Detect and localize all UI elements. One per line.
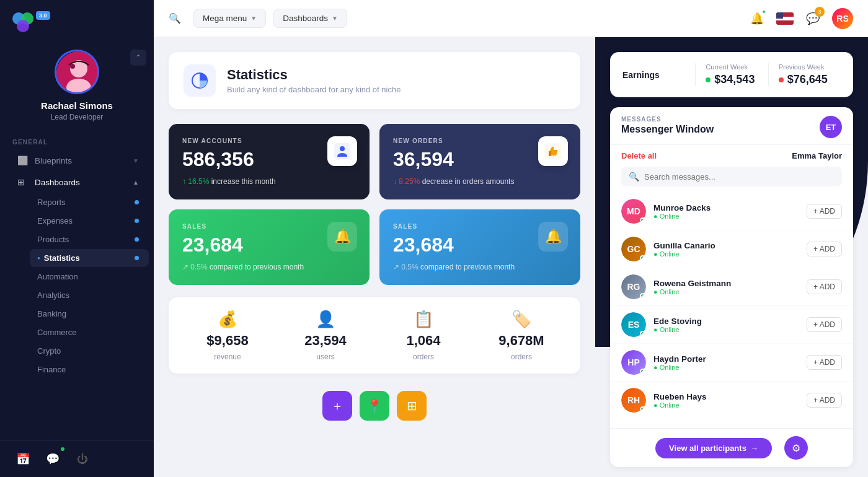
ede-add-button[interactable]: + ADD <box>807 317 842 332</box>
orders-m-icon: 🏷️ <box>512 310 531 329</box>
munroe-name: Munroe Dacks <box>653 203 799 212</box>
dashboards-icon: ⊞ <box>17 177 29 187</box>
view-all-footer: View all participants → ⚙ <box>610 428 853 467</box>
users-value: 23,594 <box>304 333 346 349</box>
contact-item-haydn[interactable]: HP Haydn Porter ● Online + ADD <box>610 344 853 382</box>
chat-icon-btn[interactable]: 💬 <box>42 449 63 470</box>
munroe-online-dot <box>640 217 645 223</box>
power-icon-btn[interactable]: ⏻ <box>72 449 93 470</box>
sidebar-item-commerce[interactable]: Commerce <box>30 323 149 341</box>
messages-icon-button[interactable]: 💬 3 <box>802 8 823 29</box>
orders-icon <box>538 136 568 166</box>
add-action-button[interactable]: ＋ <box>322 391 352 421</box>
munroe-info: Munroe Dacks ● Online <box>653 203 799 220</box>
sidebar-item-reports[interactable]: Reports <box>30 193 149 211</box>
gunilla-add-button[interactable]: + ADD <box>807 242 842 256</box>
thumbs-up-icon <box>545 143 561 159</box>
svg-rect-11 <box>549 151 551 156</box>
bell-icon-button[interactable]: 🔔 <box>746 8 768 29</box>
rueben-avatar: RH <box>621 388 646 413</box>
expenses-label: Expenses <box>37 216 73 225</box>
current-week-label: Current Week <box>706 63 748 71</box>
rowena-add-button[interactable]: + ADD <box>807 279 842 294</box>
rowena-name: Rowena Geistmann <box>653 279 799 288</box>
content-area: Statistics Build any kind of dashboard f… <box>154 37 868 477</box>
reports-label: Reports <box>37 198 66 207</box>
contact-item-munroe[interactable]: MD Munroe Dacks ● Online + ADD <box>610 193 853 230</box>
orders-m-label: orders <box>511 352 532 361</box>
mega-menu-arrow: ▼ <box>250 15 257 22</box>
location-action-button[interactable]: 📍 <box>360 391 389 421</box>
users-label: users <box>316 352 334 361</box>
mega-menu-button[interactable]: Mega menu ▼ <box>193 9 266 28</box>
sidebar-item-analytics[interactable]: Analytics <box>30 286 149 304</box>
calendar-icon-btn[interactable]: 📅 <box>12 449 33 470</box>
messenger-settings-button[interactable]: ⚙ <box>784 436 808 460</box>
ede-avatar: ES <box>621 312 646 337</box>
ede-online-dot <box>640 331 645 336</box>
new-orders-stat: ↓ 8.25% decrease in orders amounts <box>393 177 567 186</box>
user-avatar-topbar[interactable]: RS <box>832 8 853 29</box>
rowena-status: ● Online <box>653 288 799 295</box>
contact-item-rueben[interactable]: RH Rueben Hays ● Online + ADD <box>610 382 853 419</box>
right-panel: Earnings Current Week $34,543 Previous W… <box>595 37 868 477</box>
orders-stat-arrow: ↓ 8.25% <box>393 177 420 186</box>
sales-blue-arrow: ↗ 0.5% <box>393 263 418 271</box>
sidebar: 3.0 ⌃ Rachael Simons Lead Developer GENE… <box>0 0 154 477</box>
dashboards-menu-arrow: ▼ <box>332 15 338 22</box>
sidebar-item-automation[interactable]: Automation <box>30 268 149 286</box>
sidebar-item-expenses[interactable]: Expenses <box>30 212 149 230</box>
messenger-actions-bar: Delete all Emma Taylor <box>610 145 853 167</box>
sidebar-item-crypto[interactable]: Crypto <box>30 342 149 360</box>
topbar: 🔍 Mega menu ▼ Dashboards ▼ 🔔 💬 3 RS <box>154 0 868 37</box>
sidebar-item-products[interactable]: Products <box>30 230 149 248</box>
ede-status: ● Online <box>653 326 799 333</box>
svg-point-2 <box>17 20 29 32</box>
haydn-add-button[interactable]: + ADD <box>807 355 842 370</box>
accounts-icon <box>327 136 357 166</box>
rueben-add-button[interactable]: + ADD <box>807 393 842 408</box>
sales-green-icon: 🔔 <box>327 222 357 252</box>
language-flag[interactable] <box>776 12 794 25</box>
haydn-online-dot <box>640 369 645 374</box>
previous-week-value: $76,645 <box>779 73 828 86</box>
earnings-label: Earnings <box>622 69 695 81</box>
rueben-status: ● Online <box>653 401 799 409</box>
crypto-label: Crypto <box>37 346 61 356</box>
dashboards-label: Dashboards <box>35 178 80 187</box>
pie-chart-icon <box>191 72 208 89</box>
contact-item-rowena[interactable]: RG Rowena Geistmann ● Online + ADD <box>610 268 853 306</box>
sidebar-item-finance[interactable]: Finance <box>30 361 149 379</box>
new-accounts-card: NEW ACCOUNTS 586,356 ↑ 16.5% increase th… <box>169 124 370 199</box>
main-content: 🔍 Mega menu ▼ Dashboards ▼ 🔔 💬 3 RS <box>154 0 868 477</box>
delete-all-button[interactable]: Delete all <box>621 151 657 160</box>
users-icon: 👤 <box>316 310 335 329</box>
statistics-label: Statistics <box>44 253 80 263</box>
munroe-add-button[interactable]: + ADD <box>807 204 842 219</box>
search-icon-button[interactable]: 🔍 <box>169 12 181 24</box>
view-all-arrow: → <box>750 444 758 453</box>
view-all-participants-button[interactable]: View all participants → <box>655 438 772 458</box>
sidebar-item-blueprints[interactable]: ⬜ Blueprints ▼ <box>5 150 149 171</box>
user-role: Lead Developer <box>51 113 104 121</box>
contact-item-gunilla[interactable]: GC Gunilla Canario ● Online + ADD <box>610 230 853 268</box>
sidebar-item-banking[interactable]: Banking <box>30 305 149 323</box>
sidebar-toggle-button[interactable]: ⌃ <box>130 50 146 66</box>
emma-taylor-name: Emma Taylor <box>792 151 842 160</box>
contact-item-ede[interactable]: ES Ede Stoving ● Online + ADD <box>610 306 853 344</box>
search-area: 🔍 <box>169 12 181 24</box>
table-action-button[interactable]: ⊞ <box>397 391 427 421</box>
messages-section-label: MESSAGES <box>621 116 714 123</box>
rueben-info: Rueben Hays ● Online <box>653 392 799 409</box>
sidebar-item-dashboards[interactable]: ⊞ Dashboards ▲ <box>5 172 149 193</box>
search-messages-icon: 🔍 <box>629 172 639 182</box>
sales-green-arrow: ↗ 0.5% <box>182 263 208 271</box>
search-messages-input[interactable] <box>644 172 835 182</box>
ede-name: Ede Stoving <box>653 317 799 326</box>
commerce-label: Commerce <box>37 328 77 337</box>
dashboards-menu-button[interactable]: Dashboards ▼ <box>273 9 347 28</box>
logo-area: 3.0 <box>0 0 154 42</box>
sidebar-item-statistics[interactable]: ● Statistics <box>30 249 149 267</box>
messenger-header: MESSAGES Messenger Window ET <box>610 107 853 145</box>
messenger-panel: MESSAGES Messenger Window ET Delete all … <box>610 107 853 467</box>
